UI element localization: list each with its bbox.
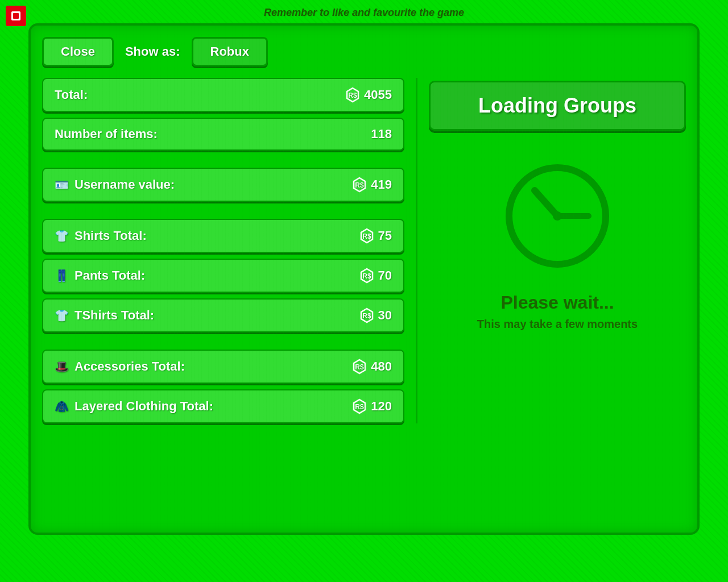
robux-icon: R$ xyxy=(351,177,367,193)
accessories-label: 🎩 Accessories Total: xyxy=(55,359,185,374)
total-row: Total: R$ 4055 xyxy=(42,78,404,112)
content-area: Total: R$ 4055 Number of items: 118 🪪 xyxy=(42,78,686,423)
reminder-text: Remember to like and favourite the game xyxy=(0,0,728,23)
left-panel: Total: R$ 4055 Number of items: 118 🪪 xyxy=(42,78,417,423)
svg-text:R$: R$ xyxy=(355,403,365,411)
username-value: R$ 419 xyxy=(351,177,392,193)
pants-label: 👖 Pants Total: xyxy=(55,268,145,283)
accessories-icon: 🎩 xyxy=(55,361,69,372)
robux-icon: R$ xyxy=(351,398,367,414)
clock-icon xyxy=(500,159,614,273)
tshirts-value: R$ 30 xyxy=(359,307,392,323)
total-label: Total: xyxy=(55,88,88,102)
username-icon: 🪪 xyxy=(55,179,69,190)
shirts-value: R$ 75 xyxy=(359,228,392,244)
tshirts-label: 👕 TShirts Total: xyxy=(55,308,154,323)
shirt-icon: 👕 xyxy=(55,230,69,242)
layered-row: 🧥 Layered Clothing Total: R$ 120 xyxy=(42,389,404,423)
svg-rect-2 xyxy=(13,13,19,19)
roblox-logo xyxy=(6,6,26,28)
layered-label: 🧥 Layered Clothing Total: xyxy=(55,399,213,414)
robux-icon: R$ xyxy=(351,359,367,375)
shirts-row: 👕 Shirts Total: R$ 75 xyxy=(42,219,404,253)
svg-point-20 xyxy=(553,211,562,221)
layered-value: R$ 120 xyxy=(351,398,392,414)
items-label: Number of items: xyxy=(55,127,158,142)
svg-text:R$: R$ xyxy=(355,363,365,371)
right-panel: Loading Groups Please wait... This may t… xyxy=(417,78,686,423)
pants-row: 👖 Pants Total: R$ 70 xyxy=(42,259,404,293)
svg-text:R$: R$ xyxy=(362,272,371,280)
svg-line-18 xyxy=(535,190,557,216)
tshirt-icon: 👕 xyxy=(55,310,69,321)
clock-container xyxy=(500,159,614,275)
items-row: Number of items: 118 xyxy=(42,118,404,151)
close-button[interactable]: Close xyxy=(42,37,114,66)
header-row: Close Show as: Robux xyxy=(42,37,686,66)
pants-icon: 👖 xyxy=(55,270,69,281)
wait-sub-text: This may take a few moments xyxy=(477,318,638,331)
robux-button[interactable]: Robux xyxy=(192,37,268,66)
items-value: 118 xyxy=(371,127,392,142)
please-wait-text: Please wait... xyxy=(500,292,614,313)
tshirts-row: 👕 TShirts Total: R$ 30 xyxy=(42,298,404,332)
svg-text:R$: R$ xyxy=(362,312,371,320)
layered-icon: 🧥 xyxy=(55,401,69,412)
robux-icon: R$ xyxy=(345,87,361,103)
robux-icon: R$ xyxy=(359,307,375,323)
loading-groups-button[interactable]: Loading Groups xyxy=(429,81,686,131)
show-as-label: Show as: xyxy=(125,44,180,59)
username-label: 🪪 Username value: xyxy=(55,177,175,192)
robux-icon: R$ xyxy=(359,268,375,284)
robux-icon: R$ xyxy=(359,228,375,244)
svg-text:R$: R$ xyxy=(355,181,365,189)
main-window: Close Show as: Robux Total: R$ 4055 Numb… xyxy=(28,23,700,535)
accessories-value: R$ 480 xyxy=(351,359,392,375)
accessories-row: 🎩 Accessories Total: R$ 480 xyxy=(42,350,404,384)
username-row: 🪪 Username value: R$ 419 xyxy=(42,168,404,202)
shirts-label: 👕 Shirts Total: xyxy=(55,228,147,243)
pants-value: R$ 70 xyxy=(359,268,392,284)
svg-text:R$: R$ xyxy=(348,92,357,99)
total-value: R$ 4055 xyxy=(345,87,392,103)
svg-text:R$: R$ xyxy=(362,232,371,240)
